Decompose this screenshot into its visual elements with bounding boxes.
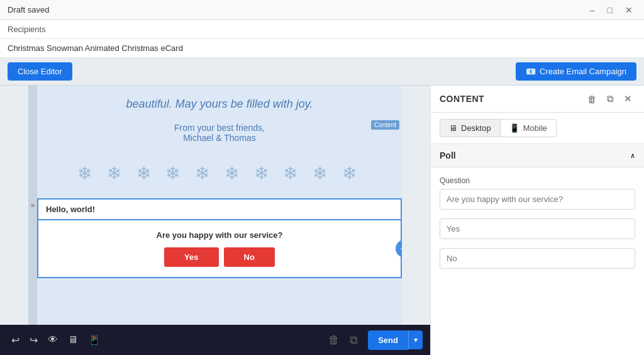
poll-section-title: Poll xyxy=(440,150,456,161)
undo-icon: ↩ xyxy=(11,334,19,346)
bottom-toolbar: ↩ ↪ 👁 🖥 📱 🗑 ⧉ xyxy=(0,325,430,355)
panel-delete-button[interactable]: 🗑 xyxy=(584,93,600,106)
redo-button[interactable]: ↪ xyxy=(26,332,42,349)
bottom-left-tools: ↩ ↪ 👁 🖥 📱 xyxy=(8,332,104,349)
device-tabs: 🖥 Desktop 📱 Mobile xyxy=(431,113,644,144)
email-text-area: beautiful. May yours be filled with joy. xyxy=(37,86,402,118)
poll-section: Poll ∧ Question xyxy=(431,144,644,286)
snowflakes: ❄ ❄ ❄ ❄ ❄ ❄ ❄ ❄ ❄ ❄ xyxy=(77,163,362,184)
send-button-group: Send ▾ xyxy=(368,330,423,350)
poll-yes-button[interactable]: Yes xyxy=(164,247,218,267)
redo-icon: ↪ xyxy=(30,334,38,346)
mobile-tab[interactable]: 📱 Mobile xyxy=(501,119,557,137)
minimize-button[interactable]: – xyxy=(586,4,599,16)
editor-canvas: » beautiful. May yours be filled with jo… xyxy=(0,86,430,355)
maximize-button[interactable]: □ xyxy=(604,4,616,16)
right-panel: CONTENT 🗑 ⧉ ✕ 🖥 Desktop 📱 Mobile Poll ∧ xyxy=(430,86,644,355)
window-close-button[interactable]: ✕ xyxy=(621,4,636,16)
desktop-view-button[interactable]: 🖥 xyxy=(64,332,82,348)
email-from: From your best friends, Michael & Thomas… xyxy=(37,118,402,148)
mobile-icon: 📱 xyxy=(88,334,101,346)
panel-close-button[interactable]: ✕ xyxy=(621,92,635,106)
panel-header-actions: 🗑 ⧉ ✕ xyxy=(584,92,635,106)
poll-collapse-icon: ∧ xyxy=(630,152,635,160)
send-dropdown-button[interactable]: ▾ xyxy=(408,330,423,349)
email-preview: beautiful. May yours be filled with joy.… xyxy=(37,86,402,325)
recipients-row: Recipients xyxy=(0,20,644,39)
send-dropdown-icon: ▾ xyxy=(414,335,418,344)
mobile-tab-icon: 📱 xyxy=(509,123,519,133)
from-line-1: From your best friends, xyxy=(42,123,397,133)
send-button[interactable]: Send xyxy=(368,330,408,350)
poll-no-button[interactable]: No xyxy=(224,247,275,267)
poll-section-header[interactable]: Poll ∧ xyxy=(431,144,644,167)
title-bar-text: Draft saved xyxy=(8,5,49,14)
title-bar-controls: – □ ✕ xyxy=(586,4,636,16)
editor-toolbar: Close Editor 📧 Create Email Campaign xyxy=(0,58,644,86)
question-label: Question xyxy=(440,176,635,185)
snowflake-area: ❄ ❄ ❄ ❄ ❄ ❄ ❄ ❄ ❄ ❄ xyxy=(37,148,402,198)
drag-handle[interactable]: ✛ xyxy=(396,240,402,257)
desktop-tab[interactable]: 🖥 Desktop xyxy=(440,119,501,137)
email-text-1: beautiful. May yours be filled with joy. xyxy=(126,98,313,110)
mobile-view-button[interactable]: 📱 xyxy=(84,332,104,349)
option2-input[interactable] xyxy=(440,248,635,269)
canvas-content: » beautiful. May yours be filled with jo… xyxy=(0,86,430,325)
poll-buttons: Yes No xyxy=(48,247,391,267)
create-campaign-label: Create Email Campaign xyxy=(540,67,626,76)
close-editor-button[interactable]: Close Editor xyxy=(8,62,72,81)
hello-world-text: Hello, world! xyxy=(37,198,402,219)
content-badge: Content xyxy=(371,120,399,130)
panel-header: CONTENT 🗑 ⧉ ✕ xyxy=(431,86,644,113)
bottom-right-tools: 🗑 ⧉ xyxy=(326,331,360,349)
option1-input[interactable] xyxy=(440,218,635,239)
recipients-label: Recipients xyxy=(8,25,46,34)
duplicate-block-button[interactable]: ⧉ xyxy=(347,331,360,349)
poll-fields: Question xyxy=(431,167,644,286)
preview-button[interactable]: 👁 xyxy=(44,332,62,348)
from-line-2: Michael & Thomas xyxy=(42,133,397,143)
title-bar: Draft saved – □ ✕ xyxy=(0,0,644,20)
create-campaign-button[interactable]: 📧 Create Email Campaign xyxy=(516,62,636,81)
eye-icon: 👁 xyxy=(48,334,58,346)
undo-button[interactable]: ↩ xyxy=(8,332,23,349)
panel-duplicate-button[interactable]: ⧉ xyxy=(604,92,617,106)
campaign-icon: 📧 xyxy=(526,67,536,76)
panel-title: CONTENT xyxy=(440,94,484,104)
question-input[interactable] xyxy=(440,189,635,210)
delete-block-button[interactable]: 🗑 xyxy=(326,331,342,349)
subject-row: Christmas Snowman Animated Christmas eCa… xyxy=(0,39,644,58)
desktop-tab-icon: 🖥 xyxy=(449,123,457,133)
desktop-icon: 🖥 xyxy=(68,334,78,346)
poll-question-text: Are you happy with our service? xyxy=(48,230,391,240)
subject-text: Christmas Snowman Animated Christmas eCa… xyxy=(8,43,183,53)
desktop-tab-label: Desktop xyxy=(461,123,491,133)
poll-block: Are you happy with our service? Yes No ✛ xyxy=(37,219,402,278)
collapse-handle[interactable]: » xyxy=(28,86,37,325)
mobile-tab-label: Mobile xyxy=(523,123,547,133)
main-layout: » beautiful. May yours be filled with jo… xyxy=(0,86,644,355)
